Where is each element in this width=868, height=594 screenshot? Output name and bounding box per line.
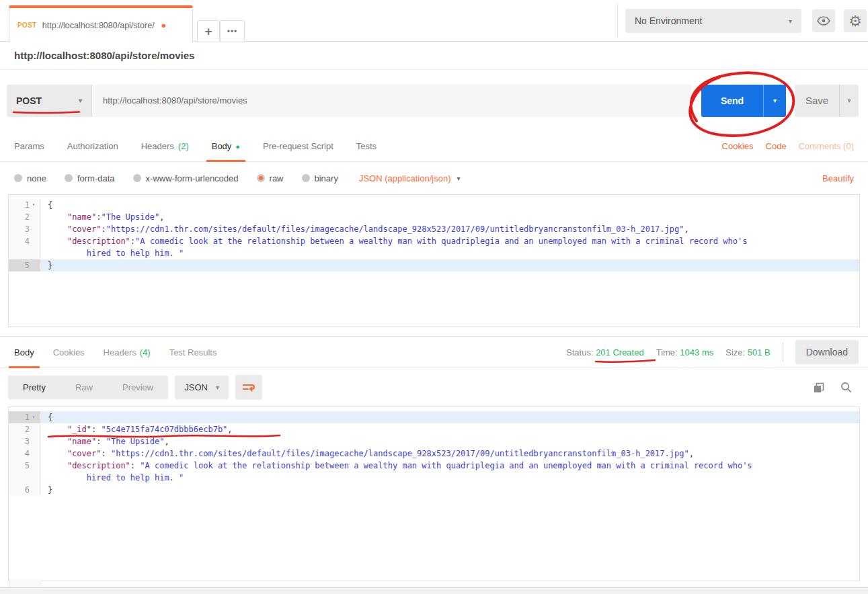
code-line[interactable]: 4 "description":"A comedic look at the r… bbox=[9, 235, 859, 247]
copy-icon bbox=[814, 382, 824, 393]
response-tab-body[interactable]: Body bbox=[14, 337, 34, 368]
url-input[interactable]: http://localhost:8080/api/store/movies bbox=[91, 85, 692, 117]
code-text: { bbox=[41, 199, 859, 211]
size-value: 501 B bbox=[748, 347, 771, 357]
comments-link[interactable]: Comments (0) bbox=[799, 141, 854, 151]
post-underline-annotation bbox=[12, 110, 81, 114]
stats-divider bbox=[783, 343, 783, 362]
code-text: "_id": "5c4e715fa74c07dbbb6ecb7b", bbox=[41, 423, 859, 435]
radio-label: none bbox=[27, 173, 46, 183]
fold-caret-icon bbox=[30, 223, 38, 235]
tab-label: Body bbox=[14, 347, 34, 357]
header-bar: POST http://localhost:8080/api/store/ ● … bbox=[0, 0, 868, 42]
radio-label: raw bbox=[270, 173, 284, 183]
response-stats: Status: 201 Created Time: 1043 ms Size: … bbox=[566, 340, 859, 364]
view-preview[interactable]: Preview bbox=[108, 376, 168, 399]
time-value: 1043 ms bbox=[680, 347, 713, 357]
radio-none[interactable]: none bbox=[14, 173, 46, 183]
content-type-value: JSON (application/json) bbox=[359, 173, 451, 183]
fold-caret-icon[interactable]: ▾ bbox=[30, 199, 38, 211]
radio-binary[interactable]: binary bbox=[302, 173, 338, 183]
line-number-gutter: 3 bbox=[9, 435, 41, 448]
code-line: 4 "cover": "https://cdn1.thr.com/sites/d… bbox=[9, 448, 859, 460]
response-format-selector[interactable]: JSON ▾ bbox=[175, 376, 229, 399]
line-number-gutter: 1▾ bbox=[9, 411, 41, 423]
beautify-link[interactable]: Beautify bbox=[822, 173, 854, 183]
radio-x-www-form-urlencoded[interactable]: x-www-form-urlencoded bbox=[133, 173, 239, 183]
code-line[interactable]: 1▾{ bbox=[9, 199, 859, 211]
cookies-link[interactable]: Cookies bbox=[722, 141, 754, 151]
code-text: hired to help him. " bbox=[41, 472, 859, 484]
tab-params[interactable]: Params bbox=[14, 131, 44, 161]
more-tabs-button[interactable]: ••• bbox=[220, 20, 245, 42]
settings-button[interactable]: ⚙ bbox=[844, 9, 867, 32]
headers-count-badge: (2) bbox=[178, 141, 189, 151]
tab-label: Cookies bbox=[53, 347, 85, 357]
fold-caret-icon[interactable]: ▾ bbox=[30, 411, 38, 423]
line-number-gutter: 2 bbox=[9, 211, 41, 223]
tab-tests[interactable]: Tests bbox=[356, 131, 377, 161]
view-pretty[interactable]: Pretty bbox=[8, 376, 61, 399]
header-divider bbox=[617, 4, 618, 38]
tab-body[interactable]: Body ● bbox=[212, 131, 240, 161]
request-tab[interactable]: POST http://localhost:8080/api/store/ ● bbox=[9, 5, 193, 42]
tab-headers[interactable]: Headers (2) bbox=[141, 131, 189, 161]
response-section: Body Cookies Headers (4) Test Results St… bbox=[0, 336, 868, 581]
tab-pre-request-script[interactable]: Pre-request Script bbox=[263, 131, 333, 161]
request-body-editor[interactable]: 1▾{2 "name":"The Upside",3 "cover":"http… bbox=[8, 194, 860, 327]
search-button[interactable] bbox=[840, 382, 852, 393]
content-type-selector[interactable]: JSON (application/json) ▾ bbox=[359, 173, 461, 183]
time-label: Time: bbox=[656, 347, 678, 357]
tab-label: Params bbox=[14, 141, 44, 151]
chevron-down-icon: ▾ bbox=[457, 175, 460, 182]
code-line: hired to help him. " bbox=[9, 472, 859, 484]
method-value: POST bbox=[16, 95, 42, 106]
code-text: "name":"The Upside", bbox=[41, 211, 859, 223]
response-tab-cookies[interactable]: Cookies bbox=[53, 337, 85, 368]
wrap-text-icon bbox=[242, 382, 255, 393]
time-stat: Time: 1043 ms bbox=[656, 347, 714, 357]
fold-caret-icon bbox=[30, 472, 38, 484]
eye-icon bbox=[817, 16, 830, 26]
status-value: 201 Created bbox=[596, 347, 644, 357]
code-line[interactable]: 3 "cover":"https://cdn1.thr.com/sites/de… bbox=[9, 223, 859, 235]
horizontal-scrollbar[interactable] bbox=[0, 587, 868, 594]
new-tab-button[interactable]: + bbox=[197, 20, 220, 42]
request-builder-row: POST ▾ http://localhost:8080/api/store/m… bbox=[0, 70, 868, 131]
status-label: Status: bbox=[566, 347, 593, 357]
code-line[interactable]: 2 "name":"The Upside", bbox=[9, 211, 859, 223]
code-link[interactable]: Code bbox=[766, 141, 787, 151]
save-options-button[interactable]: ▾ bbox=[839, 85, 859, 117]
radio-icon bbox=[133, 174, 141, 182]
response-body-editor: 1▾{2 "_id": "5c4e715fa74c07dbbb6ecb7b",3… bbox=[8, 407, 860, 581]
tab-url-label: http://localhost:8080/api/store/ bbox=[42, 21, 155, 30]
environment-selector[interactable]: No Environment ▾ bbox=[625, 9, 801, 33]
view-raw[interactable]: Raw bbox=[61, 376, 108, 399]
fold-caret-icon bbox=[30, 259, 38, 271]
format-value: JSON bbox=[184, 382, 208, 392]
wrap-lines-button[interactable] bbox=[235, 375, 262, 400]
response-tab-headers[interactable]: Headers (4) bbox=[104, 337, 151, 368]
send-button[interactable]: Send bbox=[701, 85, 763, 117]
code-line[interactable]: 5} bbox=[9, 259, 859, 271]
gear-icon: ⚙ bbox=[849, 13, 862, 30]
download-button[interactable]: Download bbox=[795, 340, 859, 364]
response-editor-actions bbox=[814, 382, 852, 393]
radio-form-data[interactable]: form-data bbox=[65, 173, 115, 183]
size-label: Size: bbox=[725, 347, 745, 357]
code-line[interactable]: hired to help him. " bbox=[9, 247, 859, 259]
tab-authorization[interactable]: Authorization bbox=[67, 131, 118, 161]
response-tab-test-results[interactable]: Test Results bbox=[169, 337, 217, 368]
chevron-down-icon: ▾ bbox=[847, 97, 851, 104]
method-selector[interactable]: POST ▾ bbox=[7, 85, 91, 117]
environment-quicklook-button[interactable] bbox=[812, 9, 835, 32]
status-stat: Status: 201 Created bbox=[566, 347, 644, 357]
save-button[interactable]: Save bbox=[795, 85, 839, 117]
fold-caret-icon bbox=[30, 247, 38, 259]
send-options-button[interactable]: ▾ bbox=[763, 85, 786, 117]
copy-button[interactable] bbox=[814, 382, 824, 393]
tab-label: Authorization bbox=[67, 141, 118, 151]
line-number-gutter: 2 bbox=[9, 423, 41, 435]
code-text: hired to help him. " bbox=[41, 247, 859, 259]
radio-raw[interactable]: raw bbox=[257, 173, 284, 183]
